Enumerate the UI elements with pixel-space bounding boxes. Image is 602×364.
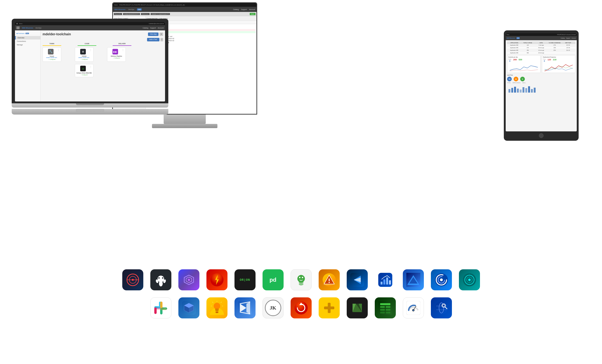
ide-support-link[interactable]: Support — [241, 9, 247, 10]
add-tool-button[interactable]: Add a Tool — [147, 38, 160, 41]
tool-card-issues[interactable]: 🔧 ⋮ Issues sample-mdelder-tool... ✓ Conf… — [43, 47, 61, 62]
toolchain-catalog-link[interactable]: Catalog — [143, 27, 148, 29]
tool-card-pipeline[interactable]: ▶▶ ⋮ Delivery Pipeline ✓ Configured — [107, 47, 126, 62]
analytics-topbar: Docs PHILIPPE MULET's Account | US South — [506, 33, 577, 36]
jk-icon[interactable]: JK — [263, 297, 284, 318]
toolchain-view-app-button[interactable]: View App — [148, 32, 159, 36]
visual-studio-icon[interactable] — [235, 297, 256, 318]
speedometer-icon[interactable] — [403, 297, 424, 318]
ide-account-link[interactable]: Account — [249, 9, 255, 10]
tool-card-orion[interactable]: ◎ ⋮ Eclipse Orion Web IDE ✓ Configured — [75, 64, 94, 77]
globe-search-icon[interactable] — [431, 297, 452, 318]
phase-code-label: CODE — [78, 43, 96, 46]
analytics-table-row-3[interactable]: Application ABC 45K 23 min ago 22% 311:1… — [507, 49, 575, 52]
lead-num-3: 9 — [520, 77, 525, 81]
topbar-dot — [16, 23, 18, 24]
svg-rect-2 — [514, 87, 516, 93]
circle-progress-icon[interactable] — [431, 269, 452, 290]
row4-coverage — [548, 52, 561, 54]
github-menu-icon[interactable]: ⋮ — [89, 49, 92, 51]
toolchain-nav-manage[interactable]: Manage — [15, 43, 41, 46]
svg-rect-97 — [380, 306, 385, 308]
toolchain-nav-connections[interactable]: Connections — [15, 40, 41, 43]
toolchain-back-link[interactable]: ◀ Toolchains Beta — [15, 32, 41, 35]
ide-sync-button[interactable]: Sync — [250, 13, 256, 15]
github-tool-status: ✓ Configured — [76, 59, 92, 60]
tablet-docs-link[interactable]: Docs — [507, 34, 509, 35]
toolchain-support-link[interactable]: Support — [150, 27, 156, 29]
skylight-icon[interactable] — [403, 269, 424, 290]
ide-catalog-link[interactable]: Catalog — [233, 9, 239, 10]
toolchain-account-link[interactable]: Account — [158, 27, 164, 29]
ide-nav-badge: 262 — [137, 8, 142, 11]
toolchain-topbar: Docs mdelder@us.ibm.com ● — [15, 22, 165, 25]
laptop-trackpad — [76, 109, 104, 112]
ide-docs-link[interactable]: Docs — [114, 4, 118, 6]
svg-point-29 — [299, 277, 301, 278]
octocat-icon[interactable] — [150, 269, 171, 290]
ide-navbar-links: Catalog Support Account — [233, 9, 255, 10]
hamburger-menu-icon[interactable] — [16, 27, 20, 29]
svg-rect-9 — [534, 88, 536, 93]
alert-icon[interactable] — [319, 269, 340, 290]
tool-card-github[interactable]: ⊛ ⋮ GitHub sample-mdelder-tool... ✓ Conf… — [75, 47, 94, 62]
laptop-hinge — [76, 103, 104, 105]
ide-branch-selector[interactable]: master => origin/master ▼ — [150, 13, 170, 15]
lightning-icon[interactable] — [206, 269, 227, 290]
svg-rect-6 — [525, 88, 527, 93]
analytics-table-row-4[interactable]: Application ABC 46K 23 min ago — [507, 52, 575, 54]
row1-total: 12K — [521, 44, 534, 46]
neovim-icon[interactable] — [347, 297, 368, 318]
ide-repo-selector[interactable]: nodepmtest1019-02 ▼ — [123, 13, 140, 15]
jfrog-icon[interactable] — [290, 269, 312, 290]
crossroads-icon[interactable] — [319, 297, 340, 318]
orion-menu-icon[interactable]: ⋮ — [89, 66, 92, 68]
teal-circle-icon[interactable] — [459, 269, 480, 290]
abstract-icon[interactable] — [178, 269, 199, 290]
tablet-logo: IBM Bluemix — [507, 37, 515, 39]
slack-icon[interactable] — [150, 297, 171, 318]
deploy-chart-title: Deployment Frequency — [543, 56, 574, 58]
hamburger-line-3 — [16, 29, 20, 29]
ide-topbar: Docs PHILIPPE MULET's Ac PHILIPPE MULET'… — [113, 3, 257, 7]
toolchain-docs-link[interactable]: Docs — [19, 23, 22, 24]
commits-contrib-value: 530 — [518, 58, 522, 61]
laptop: Docs mdelder@us.ibm.com ● IBM Bluemix De… — [12, 19, 168, 115]
analytics-main-content: APPLICATION TOTAL % PAGE DATE % CODE COV… — [506, 40, 577, 94]
toolchain-nav-overview[interactable]: Overview — [15, 36, 41, 40]
phase-deliver-label: DELIVER — [113, 43, 131, 46]
analytics-table-row-2[interactable]: Application ABC 27K 59 min ago 13% 127:3… — [507, 46, 575, 49]
appcelerator-icon[interactable] — [347, 269, 368, 290]
git-annex-icon[interactable] — [122, 269, 143, 290]
toolchain-tools-row2: ◎ ⋮ Eclipse Orion Web IDE ✓ Configured — [43, 64, 163, 77]
lead-time-bar-chart — [507, 84, 575, 93]
svg-rect-7 — [528, 86, 530, 93]
tablet-screen: Docs PHILIPPE MULET's Account | US South… — [506, 33, 577, 131]
issues-menu-icon[interactable]: ⋮ — [57, 49, 60, 51]
analytics-table-row-1[interactable]: Application ABC 12K 4 min ago 27% 327:00 — [507, 44, 575, 46]
commits-chart-title: Commits per day — [508, 56, 539, 58]
tablet-support-link[interactable]: Support — [566, 37, 570, 39]
tablet-home-button[interactable] — [539, 133, 544, 138]
toolchains-label: Toolchains — [18, 33, 24, 34]
pipeline-menu-icon[interactable]: ⋮ — [122, 49, 124, 51]
orion-icon[interactable]: OR|ON — [235, 269, 256, 290]
bluemix-analytics-icon[interactable] — [375, 269, 396, 290]
svg-marker-83 — [247, 302, 250, 314]
tablet-catalog-link[interactable]: Catalog — [561, 37, 565, 39]
deploy-total-value: 218 — [553, 58, 556, 61]
3d-blocks-icon[interactable] — [178, 297, 199, 318]
row1-date: 4 min ago — [535, 44, 548, 46]
toolchain-options-button[interactable]: ▼ — [160, 32, 163, 36]
col-code-coverage: % CODE COVERAGE — [548, 42, 561, 43]
row3-date: 23 min ago — [535, 50, 548, 51]
lightbulb-icon[interactable] — [206, 297, 227, 318]
refresh-icon[interactable] — [290, 297, 312, 318]
tablet-account-link[interactable]: Account — [572, 37, 576, 39]
table-chart-icon[interactable] — [375, 297, 396, 318]
add-tool-help-icon[interactable]: ? — [160, 38, 163, 41]
row2-total: 27K — [521, 47, 534, 48]
ide-repos-breadcrumb[interactable]: Repos/by: — [114, 13, 122, 15]
pd-icon[interactable]: pd — [263, 269, 284, 290]
col-total-page: TOTAL % PAGE — [521, 42, 534, 43]
